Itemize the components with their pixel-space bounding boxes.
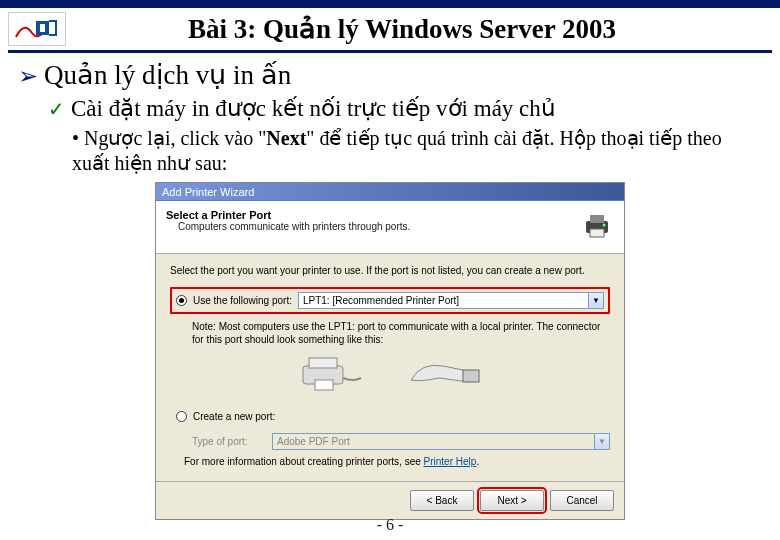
page-title: Bài 3: Quản lý Windows Server 2003 xyxy=(82,13,772,45)
svg-rect-3 xyxy=(590,215,604,223)
dialog-titlebar: Add Printer Wizard xyxy=(156,183,624,201)
printer-icon xyxy=(580,209,614,243)
back-button[interactable]: < Back xyxy=(410,490,474,511)
body-text: • Ngược lại, click vào "Next" để tiếp tụ… xyxy=(72,126,762,176)
radio-icon xyxy=(176,295,187,306)
dialog-description: Select the port you want your printer to… xyxy=(170,264,610,277)
info-text: For more information about creating prin… xyxy=(184,456,610,467)
svg-rect-7 xyxy=(309,358,337,368)
dialog-subheading: Computers communicate with printers thro… xyxy=(178,221,410,232)
svg-point-5 xyxy=(603,224,606,227)
dialog-heading: Select a Printer Port xyxy=(166,209,410,221)
svg-rect-8 xyxy=(315,380,333,390)
cancel-button[interactable]: Cancel xyxy=(550,490,614,511)
radio-label: Use the following port: xyxy=(193,295,292,306)
port-combobox[interactable]: LPT1: [Recommended Printer Port] ▼ xyxy=(298,292,604,309)
svg-rect-1 xyxy=(40,24,45,32)
svg-rect-4 xyxy=(590,229,604,237)
port-type-combobox: Adobe PDF Port ▼ xyxy=(272,433,610,450)
svg-rect-9 xyxy=(463,370,479,382)
heading-level-1: Quản lý dịch vụ in ấn xyxy=(44,59,291,91)
connector-illustration xyxy=(170,352,610,396)
wizard-dialog: Add Printer Wizard Select a Printer Port… xyxy=(155,182,625,520)
page-number: - 6 - xyxy=(0,516,780,534)
printer-help-link[interactable]: Printer Help xyxy=(424,456,477,467)
checkmark-icon: ✓ xyxy=(48,97,65,121)
chevron-down-icon[interactable]: ▼ xyxy=(588,293,603,308)
radio-icon xyxy=(176,411,187,422)
heading-level-2: Cài đặt máy in được kết nối trực tiếp vớ… xyxy=(71,95,556,122)
bullet-arrow-icon: ➢ xyxy=(18,62,38,90)
logo xyxy=(8,12,66,46)
next-button[interactable]: Next > xyxy=(480,490,544,511)
radio-label: Create a new port: xyxy=(193,411,275,422)
type-of-port-label: Type of port: xyxy=(192,436,262,447)
radio-use-following-port[interactable]: Use the following port: LPT1: [Recommend… xyxy=(170,287,610,314)
note-text: Note: Most computers use the LPT1: port … xyxy=(192,320,610,346)
radio-create-new-port[interactable]: Create a new port: xyxy=(170,406,610,427)
chevron-down-icon: ▼ xyxy=(594,434,609,449)
